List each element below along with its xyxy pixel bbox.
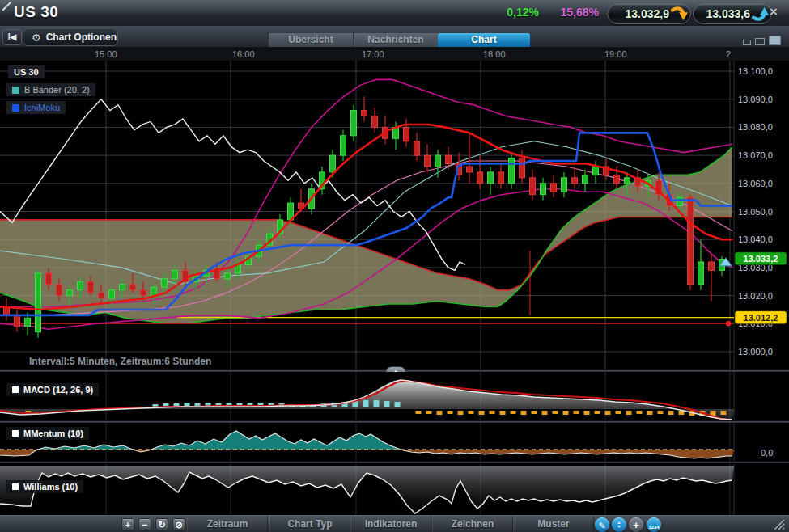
momentum-legend[interactable]: MMentum (10) <box>6 427 89 440</box>
toolbar-menu-indikatoren[interactable]: Indikatoren <box>350 516 431 532</box>
draw-pencil-icon[interactable]: ✎ <box>595 517 609 532</box>
price-axis-label: 13.060,0 <box>738 179 773 188</box>
window-size-large-icon[interactable] <box>769 36 781 45</box>
tab-chart[interactable]: Chart <box>438 33 530 47</box>
macd-hist-neg-bar <box>668 411 674 415</box>
macd-hist-neg-bar <box>448 411 453 414</box>
range-percent: 15,68% <box>545 6 599 19</box>
macd-hist-pos-bar <box>363 400 369 407</box>
interval-note: Intervall:5 Minuten, Zeitraum:6 Stunden <box>29 356 211 367</box>
legend-symbol[interactable]: US 30 <box>8 65 45 78</box>
toolbar-menu-zeichnen[interactable]: Zeichnen <box>432 516 513 532</box>
williams-swatch-icon <box>12 483 19 490</box>
price-badge: 13.012,2 <box>735 311 787 324</box>
svg-text:13.012,2: 13.012,2 <box>744 313 778 323</box>
time-axis: 15:0016:0017:0018:0019:002 <box>0 47 789 61</box>
macd-hist-neg-bar <box>605 411 611 415</box>
momentum-svg: 0,0 <box>0 423 789 461</box>
legend-symbol-label: US 30 <box>14 67 39 77</box>
williams-label: Williams (10) <box>23 482 78 492</box>
williams-panel[interactable] <box>0 463 789 515</box>
macd-hist-neg-bar <box>542 411 548 415</box>
buy-price-value: 13.033,6 <box>706 7 753 20</box>
legend-ichimoku-label: IchiMoku <box>24 103 60 112</box>
toolbar-menu-muster[interactable]: Muster <box>513 516 594 532</box>
price-axis-label: 13.000,0 <box>738 347 773 357</box>
price-axis-label: 13.080,0 <box>738 122 773 132</box>
price-axis-label: 13.040,0 <box>738 234 773 244</box>
ichimoku-swatch-icon <box>12 104 19 112</box>
change-percent: 0,12% <box>486 6 539 19</box>
macd-hist-neg-bar <box>626 411 632 415</box>
sell-price-button[interactable]: 13.032,9 <box>607 3 691 24</box>
trading-chart-window: US 30 0,12% 15,68% 13.032,9 13.033,6 × I… <box>0 0 789 532</box>
disable-button[interactable]: ⊘ <box>172 518 185 531</box>
macd-hist-neg-bar <box>574 411 579 414</box>
macd-svg <box>0 372 789 420</box>
tab-nachrichten[interactable]: Nachrichten <box>353 33 438 47</box>
chart-options-button[interactable]: ⚙ Chart Optionen <box>23 28 118 46</box>
gear-icon: ⚙ <box>32 32 41 43</box>
price-axis-label: 13.050,0 <box>738 207 773 217</box>
macd-hist-neg-bar <box>637 411 643 414</box>
macd-hist-neg-bar <box>616 411 621 414</box>
collapse-panel-icon[interactable]: I◀ <box>2 29 22 45</box>
legend-bollinger[interactable]: B Bänder (20, 2) <box>6 83 95 96</box>
time-axis-label: 16:00 <box>232 49 255 59</box>
window-corner-tick <box>2 2 11 11</box>
legend-ichimoku[interactable]: IchiMoku <box>6 101 66 114</box>
macd-hist-neg-bar <box>490 411 495 414</box>
toolbar-menu-chart-typ[interactable]: Chart Typ <box>269 516 350 532</box>
price-down-arrow-icon <box>671 4 689 23</box>
williams-svg <box>0 463 789 515</box>
momentum-zero-label: 0,0 <box>761 448 773 458</box>
williams-legend[interactable]: Williams (10) <box>6 480 83 493</box>
stop-dot[interactable] <box>726 321 731 326</box>
price-chart-svg: 13.100,013.090,013.080,013.070,013.060,0… <box>0 61 789 369</box>
time-axis-label: 2 <box>726 49 731 59</box>
macd-hist-neg-bar <box>426 411 432 414</box>
momentum-positive-area <box>0 431 734 458</box>
momentum-panel[interactable]: 0,0 <box>0 423 789 461</box>
window-size-medium-icon[interactable] <box>755 38 765 45</box>
legend-bollinger-label: B Bänder (20, 2) <box>24 85 90 95</box>
sell-price-value: 13.032,9 <box>626 7 672 20</box>
resize-grip-icon[interactable] <box>772 519 785 530</box>
refresh-button[interactable]: ↻ <box>155 518 168 531</box>
macd-hist-neg-bar <box>469 411 474 414</box>
macd-legend[interactable]: MACD (12, 26, 9) <box>6 383 99 396</box>
tab-uebersicht[interactable]: Übersicht <box>268 33 353 47</box>
momentum-swatch-icon <box>12 430 19 437</box>
time-axis-label: 15:00 <box>95 49 117 59</box>
toolbar-menu-zeitraum[interactable]: Zeitraum <box>187 516 268 532</box>
zoom-out-button[interactable]: − <box>138 518 151 531</box>
macd-hist-neg-bar <box>521 411 527 415</box>
macd-hist-neg-bar <box>479 411 485 415</box>
crosshair-icon[interactable]: + <box>629 517 643 532</box>
macd-panel[interactable] <box>0 372 789 420</box>
macd-hist-neg-bar <box>595 411 600 414</box>
macd-hist-neg-bar <box>500 411 506 415</box>
close-icon[interactable]: × <box>770 4 778 20</box>
zoom-in-button[interactable]: + <box>121 518 134 531</box>
price-axis-label: 13.100,0 <box>738 66 773 76</box>
scroll-updown-icon[interactable]: ▲▼ <box>612 517 626 532</box>
time-axis-label: 18:00 <box>483 49 506 59</box>
main-chart-area[interactable]: 13.100,013.090,013.080,013.070,013.060,0… <box>0 61 789 369</box>
buy-price-button[interactable]: 13.033,6 <box>693 3 772 24</box>
bottom-toolbar: + − ↻ ⊘ ✎ ▲▼ + 1234 ZeitraumChart TypInd… <box>0 515 789 532</box>
macd-hist-neg-bar <box>553 411 558 414</box>
chart-options-label: Chart Optionen <box>46 32 117 43</box>
bollinger-swatch-icon <box>12 87 19 94</box>
instrument-title: US 30 <box>14 3 58 21</box>
macd-label: MACD (12, 26, 9) <box>23 385 93 395</box>
values-1234-icon[interactable]: 1234 <box>647 517 661 532</box>
macd-hist-neg-bar <box>437 411 443 415</box>
macd-hist-neg-bar <box>647 411 653 415</box>
macd-hist-pos-bar <box>374 400 380 407</box>
window-size-small-icon[interactable] <box>743 40 751 45</box>
price-up-arrow-icon <box>752 4 770 23</box>
tab-bar: I◀ ⚙ Chart Optionen Übersicht Nachrichte… <box>0 26 789 48</box>
price-axis-label: 13.070,0 <box>738 150 773 160</box>
macd-hist-neg-bar <box>563 411 569 415</box>
